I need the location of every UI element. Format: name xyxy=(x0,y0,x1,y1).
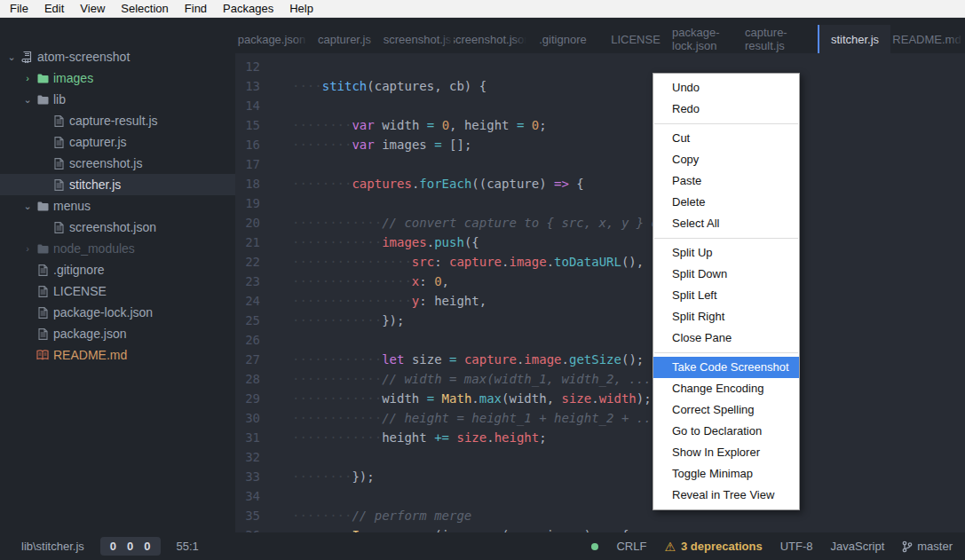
context-menu-item-close-pane[interactable]: Close Pane xyxy=(653,327,799,349)
tab-screenshot-js[interactable]: screenshot.js xyxy=(381,25,454,53)
code-line[interactable]: ········var images = []; xyxy=(292,135,965,154)
code-line[interactable]: ············// convert capture to { src,… xyxy=(292,213,965,233)
tree-item-images[interactable]: ›images xyxy=(0,67,235,89)
tree-item-label: stitcher.js xyxy=(67,177,121,192)
whitespace-dots: ···· xyxy=(292,79,322,93)
tab-package-json[interactable]: package.json xyxy=(235,25,308,53)
context-menu-item-redo[interactable]: Redo xyxy=(653,99,799,120)
code-line[interactable] xyxy=(292,96,965,115)
context-menu-item-copy[interactable]: Copy xyxy=(653,149,799,170)
context-menu-item-take-code-screenshot[interactable]: Take Code Screenshot xyxy=(653,357,799,378)
code-line[interactable]: ················y: height, xyxy=(292,291,965,311)
context-menu-item-undo[interactable]: Undo xyxy=(653,77,799,99)
code-line[interactable]: ········var width = 0, height = 0; xyxy=(292,115,965,135)
tab-screenshot-json[interactable]: screenshot.json xyxy=(454,25,526,53)
menu-edit[interactable]: Edit xyxy=(36,0,72,18)
code-token: }); xyxy=(352,469,374,484)
code-token: (), xyxy=(621,255,644,269)
code-line[interactable] xyxy=(292,193,965,213)
code-line[interactable] xyxy=(292,57,965,76)
code-line[interactable]: ············let size = capture.image.get… xyxy=(292,350,965,369)
tree-item-atom-screenshot[interactable]: ⌄atom-screenshot xyxy=(0,46,235,67)
context-menu-item-cut[interactable]: Cut xyxy=(653,128,799,149)
tree-item-screenshot-js[interactable]: screenshot.js xyxy=(0,153,235,174)
language-indicator[interactable]: JavaScript xyxy=(831,540,885,553)
tree-item-capture-result-js[interactable]: capture-result.js xyxy=(0,110,235,131)
menu-packages[interactable]: Packages xyxy=(215,0,281,18)
tree-item-lib[interactable]: ⌄lib xyxy=(0,89,235,110)
code-area[interactable]: ····stitch(captures, cb) {········var wi… xyxy=(278,53,965,532)
context-menu-item-change-encoding[interactable]: Change Encoding xyxy=(653,378,799,399)
tree-item-menus[interactable]: ⌄menus xyxy=(0,195,235,217)
code-line[interactable]: ············height += size.height; xyxy=(292,428,965,447)
tree-item-package-lock-json[interactable]: package-lock.json xyxy=(0,302,235,323)
tree-item-license[interactable]: LICENSE xyxy=(0,280,235,302)
tab-gitignore[interactable]: .gitignore xyxy=(526,25,599,53)
code-line[interactable]: ········// perform merge xyxy=(292,506,965,525)
code-line[interactable]: ················x: 0, xyxy=(292,272,965,291)
context-menu-item-delete[interactable]: Delete xyxy=(653,192,799,213)
code-line[interactable]: ········Image.merge(images, (err, image)… xyxy=(292,525,965,532)
chevron-down-icon[interactable]: ⌄ xyxy=(5,51,18,63)
chevron-down-icon[interactable]: ⌄ xyxy=(21,201,34,212)
tree-item-package-json[interactable]: package.json xyxy=(0,323,235,344)
code-line[interactable] xyxy=(292,447,965,467)
code-line[interactable]: ············// height = height_1 + heigh… xyxy=(292,408,965,428)
tree-item-node-modules[interactable]: ›node_modules xyxy=(0,238,235,259)
tree-item-capturer-js[interactable]: capturer.js xyxy=(0,131,235,153)
git-branch-indicator[interactable]: master xyxy=(902,540,953,553)
tree-item-gitignore[interactable]: .gitignore xyxy=(0,259,235,280)
tree-item-readme-md[interactable]: README.md xyxy=(0,344,235,366)
menu-find[interactable]: Find xyxy=(177,0,215,18)
tree-view[interactable]: ⌄atom-screenshot›images⌄libcapture-resul… xyxy=(0,18,235,532)
line-number: 20 xyxy=(235,213,278,233)
code-token: . xyxy=(471,391,479,406)
code-line[interactable]: ········}); xyxy=(292,467,965,486)
code-line[interactable]: ····stitch(captures, cb) { xyxy=(292,76,965,96)
tab-capturer-js[interactable]: capturer.js xyxy=(308,25,381,53)
code-line[interactable]: ············// width = max(width_1, widt… xyxy=(292,369,965,389)
code-line[interactable] xyxy=(292,154,965,174)
line-number: 27 xyxy=(235,350,278,369)
context-menu-item-go-to-declaration[interactable]: Go to Declaration xyxy=(653,421,799,442)
context-menu-item-split-right[interactable]: Split Right xyxy=(653,306,799,327)
code-editor[interactable]: 1213141516171819202122232425262728293031… xyxy=(235,53,965,532)
tab-readme-md[interactable]: README.md xyxy=(890,25,963,53)
chevron-right-icon[interactable]: › xyxy=(21,243,34,254)
encoding-indicator[interactable]: UTF-8 xyxy=(780,540,813,553)
menu-help[interactable]: Help xyxy=(281,0,321,18)
context-menu-item-split-down[interactable]: Split Down xyxy=(653,264,799,285)
line-number: 28 xyxy=(235,369,278,389)
context-menu-item-toggle-minimap[interactable]: Toggle Minimap xyxy=(653,463,799,485)
code-line[interactable]: ············images.push({ xyxy=(292,233,965,252)
chevron-down-icon[interactable]: ⌄ xyxy=(21,94,34,106)
context-menu-item-show-in-explorer[interactable]: Show In Explorer xyxy=(653,442,799,463)
context-menu-item-split-left[interactable]: Split Left xyxy=(653,285,799,306)
tab-label: .gitignore xyxy=(539,33,586,46)
tab-capture-result-js[interactable]: capture-result.js xyxy=(745,25,818,53)
menu-selection[interactable]: Selection xyxy=(113,0,176,18)
code-line[interactable]: ················src: capture.image.toDat… xyxy=(292,252,965,272)
tab-license[interactable]: LICENSE xyxy=(599,25,672,53)
chevron-right-icon[interactable]: › xyxy=(21,73,34,83)
cursor-position[interactable]: 55:1 xyxy=(177,540,199,553)
code-line[interactable]: ············}); xyxy=(292,311,965,330)
git-diff-counts[interactable]: 000 xyxy=(100,537,161,556)
deprecations-warning[interactable]: ⚠3 deprecations xyxy=(664,540,762,554)
context-menu-item-reveal-in-tree-view[interactable]: Reveal in Tree View xyxy=(653,485,799,506)
code-line[interactable]: ············width = Math.max(width, size… xyxy=(292,389,965,408)
context-menu-item-correct-spelling[interactable]: Correct Spelling xyxy=(653,399,799,421)
code-line[interactable] xyxy=(292,330,965,350)
code-line[interactable] xyxy=(292,486,965,506)
line-ending-indicator[interactable]: CRLF xyxy=(616,540,646,553)
code-line[interactable]: ········captures.forEach((capture) => { xyxy=(292,174,965,193)
tab-stitcher-js[interactable]: stitcher.js xyxy=(818,25,890,53)
menu-file[interactable]: File xyxy=(2,0,36,18)
tree-item-stitcher-js[interactable]: stitcher.js xyxy=(0,174,235,195)
context-menu-item-split-up[interactable]: Split Up xyxy=(653,242,799,264)
tab-package-lock-json[interactable]: package-lock.json xyxy=(672,25,745,53)
tree-item-screenshot-json[interactable]: screenshot.json xyxy=(0,217,235,238)
menu-view[interactable]: View xyxy=(72,0,113,18)
context-menu-item-paste[interactable]: Paste xyxy=(653,170,799,192)
context-menu-item-select-all[interactable]: Select All xyxy=(653,213,799,234)
